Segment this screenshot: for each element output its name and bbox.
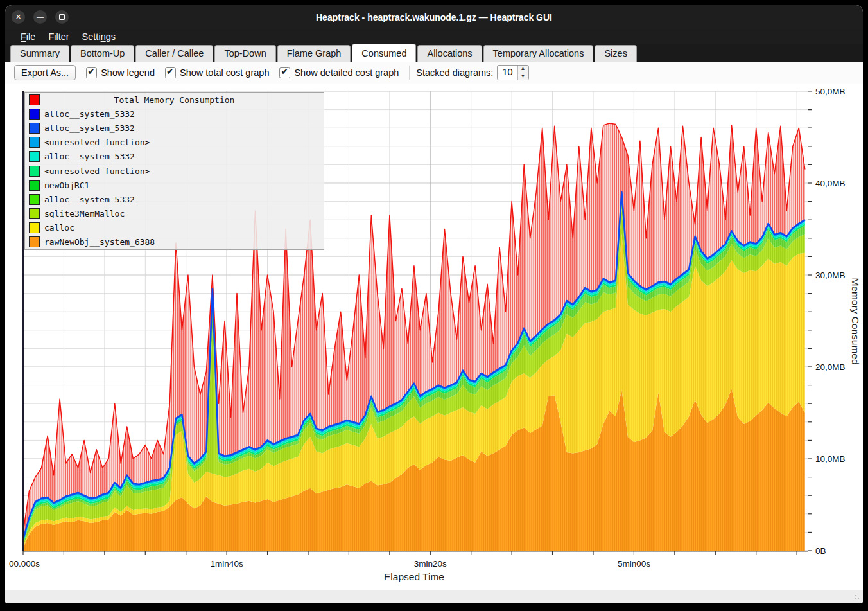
legend-label: sqlite3MemMalloc <box>44 209 125 218</box>
legend-swatch <box>29 151 40 162</box>
legend-label: <unresolved function> <box>44 166 150 176</box>
close-icon: ✕ <box>15 13 21 21</box>
y-tick-label: 10,0MB <box>815 454 846 464</box>
legend-item: alloc__system_5332 <box>25 150 324 164</box>
tab-consumed[interactable]: Consumed <box>352 44 416 62</box>
tab-bar: SummaryBottom-UpCaller / CalleeTop-DownF… <box>5 44 863 62</box>
chart-legend: Total Memory Consumptionalloc__system_53… <box>24 92 324 250</box>
chart-area: 0B10,0MB20,0MB30,0MB40,0MB50,0MB00.000s1… <box>5 84 863 590</box>
legend-item: alloc__system_5332 <box>25 192 324 206</box>
legend-swatch <box>29 180 40 191</box>
menu-filter[interactable]: Filter <box>42 30 75 43</box>
close-button[interactable]: ✕ <box>12 10 25 24</box>
legend-item: sqlite3MemMalloc <box>25 207 324 221</box>
minimize-button[interactable]: — <box>33 10 47 24</box>
legend-swatch <box>29 208 40 219</box>
spin-down-button[interactable]: ▼ <box>518 73 528 80</box>
legend-item: alloc__system_5332 <box>25 107 324 121</box>
legend-title-row: Total Memory Consumption <box>25 93 324 107</box>
toolbar: Export As... ✔Show legend✔Show total cos… <box>5 62 863 84</box>
toolbar-divider <box>409 66 410 80</box>
x-tick-label: 3min20s <box>414 559 447 569</box>
legend-item: alloc__system_5332 <box>25 121 324 135</box>
legend-label: calloc <box>44 223 74 233</box>
tab-allocations[interactable]: Allocations <box>417 45 482 62</box>
checkbox-label: Show detailed cost graph <box>294 67 399 78</box>
x-tick-label: 00.000s <box>9 559 40 569</box>
stacked-diagrams-label: Stacked diagrams: <box>416 67 493 78</box>
tab-flame-graph[interactable]: Flame Graph <box>277 45 351 62</box>
tab-temporary-allocations[interactable]: Temporary Allocations <box>483 45 594 62</box>
legend-title: Total Memory Consumption <box>25 95 324 105</box>
x-axis-label: Elapsed Time <box>384 571 444 582</box>
window-title: Heaptrack - heaptrack.wakunode.1.gz — He… <box>5 5 863 29</box>
x-tick-label: 5min00s <box>618 559 650 569</box>
legend-label: alloc__system_5332 <box>44 195 135 204</box>
menubar: FileFilterSettings <box>5 29 863 44</box>
legend-item: newObjRC1 <box>25 178 324 192</box>
legend-swatch <box>29 109 40 120</box>
status-bar <box>5 590 863 603</box>
maximize-button[interactable] <box>55 10 69 24</box>
legend-swatch <box>29 166 40 177</box>
tab-bottom-up[interactable]: Bottom-Up <box>71 45 134 62</box>
window-controls: ✕ — <box>12 10 69 24</box>
checkbox-show-legend[interactable]: ✔Show legend <box>86 67 155 78</box>
checkmark-icon: ✔ <box>281 66 288 76</box>
checkbox-box[interactable]: ✔ <box>165 67 176 78</box>
y-tick-label: 20,0MB <box>815 362 846 372</box>
resize-grip-icon[interactable] <box>855 594 861 601</box>
spin-buttons: ▲ ▼ <box>517 66 528 80</box>
checkbox-show-detailed-cost-graph[interactable]: ✔Show detailed cost graph <box>279 67 399 78</box>
legend-label: alloc__system_5332 <box>44 123 135 133</box>
maximize-icon <box>59 14 65 20</box>
checkmark-icon: ✔ <box>166 66 174 76</box>
legend-item: <unresolved function> <box>25 164 324 178</box>
legend-label: alloc__system_5332 <box>44 109 135 119</box>
checkbox-label: Show legend <box>101 67 155 78</box>
titlebar: Heaptrack - heaptrack.wakunode.1.gz — He… <box>5 5 863 29</box>
legend-item: <unresolved function> <box>25 136 324 150</box>
checkbox-box[interactable]: ✔ <box>279 67 290 78</box>
tab-top-down[interactable]: Top-Down <box>214 45 275 62</box>
stacked-diagrams-value: 10 <box>498 66 517 80</box>
export-as-button[interactable]: Export As... <box>14 65 76 80</box>
tab-summary[interactable]: Summary <box>10 45 69 62</box>
y-tick-label: 30,0MB <box>815 270 846 280</box>
checkmark-icon: ✔ <box>87 66 95 76</box>
y-axis-label: Memory Consumed <box>850 278 861 364</box>
legend-swatch <box>29 222 40 233</box>
x-tick-label: 1min40s <box>211 559 243 569</box>
app-window: Heaptrack - heaptrack.wakunode.1.gz — He… <box>5 5 863 603</box>
stacked-diagrams-spinbox[interactable]: 10 ▲ ▼ <box>497 65 528 80</box>
menu-file[interactable]: File <box>14 30 42 43</box>
legend-swatch <box>29 194 40 205</box>
menu-settings[interactable]: Settings <box>76 30 122 43</box>
legend-label: rawNewObj__system_6388 <box>44 237 155 247</box>
checkbox-label: Show total cost graph <box>180 67 269 78</box>
legend-label: alloc__system_5332 <box>44 152 135 161</box>
y-tick-label: 40,0MB <box>815 179 846 188</box>
y-tick-label: 50,0MB <box>815 87 846 96</box>
legend-item: rawNewObj__system_6388 <box>25 235 324 249</box>
legend-item: calloc <box>25 221 324 235</box>
legend-label: <unresolved function> <box>44 137 150 147</box>
y-tick-label: 0B <box>815 546 826 556</box>
legend-swatch <box>29 123 40 134</box>
tab-sizes[interactable]: Sizes <box>595 45 636 62</box>
checkbox-group: ✔Show legend✔Show total cost graph✔Show … <box>76 67 399 78</box>
legend-swatch <box>29 137 40 148</box>
spin-up-button[interactable]: ▲ <box>518 66 528 73</box>
legend-swatch <box>29 236 40 247</box>
legend-label: newObjRC1 <box>44 181 89 190</box>
tab-caller-callee[interactable]: Caller / Callee <box>135 45 213 62</box>
minimize-icon: — <box>37 13 44 21</box>
checkbox-show-total-cost-graph[interactable]: ✔Show total cost graph <box>165 67 269 78</box>
checkbox-box[interactable]: ✔ <box>86 67 97 78</box>
